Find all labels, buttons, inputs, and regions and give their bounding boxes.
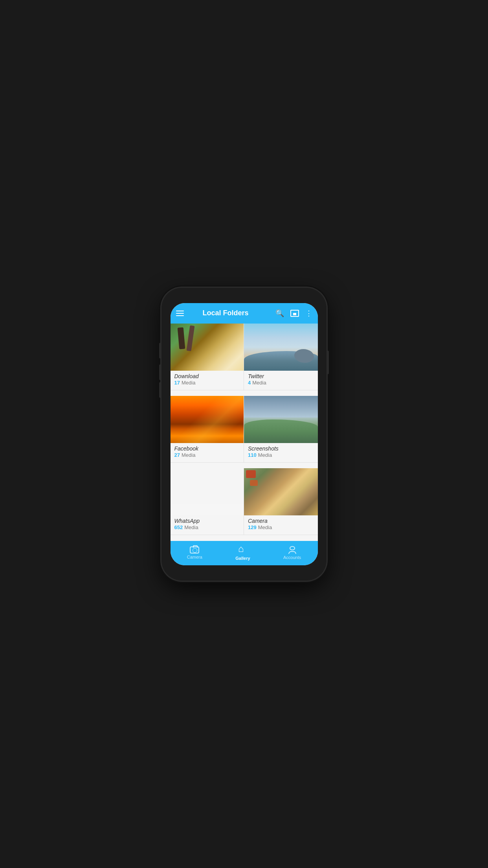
bottom-navigation: Camera Gallery Accounts: [171, 541, 318, 565]
folder-name-camera: Camera: [248, 518, 314, 524]
nav-gallery[interactable]: Gallery: [235, 545, 250, 561]
folder-count-line-camera: 129 Media: [248, 524, 314, 530]
folder-info-camera: Camera 129 Media: [244, 515, 318, 535]
folder-info-screenshots: Screenshots 110 Media: [244, 443, 318, 463]
search-icon[interactable]: 🔍: [275, 309, 284, 318]
folder-name-screenshots: Screenshots: [248, 445, 314, 452]
folder-count-facebook: 27: [174, 452, 180, 458]
folder-thumbnail-download: [171, 324, 244, 371]
folder-name-download: Download: [174, 373, 240, 379]
folder-thumbnail-screenshots: [244, 396, 318, 443]
folder-count-screenshots: 110: [248, 452, 257, 458]
folder-name-facebook: Facebook: [174, 445, 240, 452]
camera-icon: [190, 546, 199, 554]
phone-screen: Local Folders 🔍 ⋮ Download 17 Media Twit…: [171, 303, 318, 565]
folder-info-twitter: Twitter 4 Media: [244, 371, 318, 390]
nav-accounts-label: Accounts: [283, 555, 301, 560]
header-icons: 🔍 ⋮: [275, 309, 312, 318]
folder-media-label-facebook: Media: [182, 452, 195, 458]
home-icon: [238, 545, 247, 553]
nav-camera-label: Camera: [187, 555, 202, 559]
folder-count-line-whatsapp: 652 Media: [174, 524, 240, 530]
folder-count-line-download: 17 Media: [174, 380, 240, 386]
folder-info-download: Download 17 Media: [171, 371, 244, 390]
phone-frame: Local Folders 🔍 ⋮ Download 17 Media Twit…: [161, 288, 327, 581]
folder-item-facebook[interactable]: Facebook 27 Media: [171, 396, 244, 463]
folder-count-camera: 129: [248, 524, 257, 530]
person-icon: [289, 546, 296, 554]
folder-count-whatsapp: 652: [174, 524, 183, 530]
folder-item-camera[interactable]: Camera 129 Media: [244, 468, 318, 535]
folder-count-download: 17: [174, 380, 180, 386]
nav-accounts[interactable]: Accounts: [283, 546, 301, 560]
more-icon[interactable]: ⋮: [305, 309, 312, 318]
folder-thumbnail-twitter: [244, 324, 318, 371]
folder-thumbnail-whatsapp: [171, 468, 244, 515]
folder-item-screenshots[interactable]: Screenshots 110 Media: [244, 396, 318, 463]
folder-count-line-screenshots: 110 Media: [248, 452, 314, 458]
folder-media-label-whatsapp: Media: [184, 524, 198, 530]
folder-media-label-screenshots: Media: [258, 452, 272, 458]
folder-thumbnail-camera: [244, 468, 318, 515]
nav-gallery-label: Gallery: [235, 556, 250, 561]
folder-item-whatsapp[interactable]: WhatsApp 652 Media: [171, 468, 244, 535]
folder-count-twitter: 4: [248, 380, 251, 386]
folder-thumbnail-facebook: [171, 396, 244, 443]
folder-info-facebook: Facebook 27 Media: [171, 443, 244, 463]
header-title: Local Folders: [176, 309, 275, 317]
folder-count-line-twitter: 4 Media: [248, 380, 314, 386]
folder-item-download[interactable]: Download 17 Media: [171, 324, 244, 390]
folder-count-line-facebook: 27 Media: [174, 452, 240, 458]
folder-media-label-download: Media: [182, 380, 195, 386]
folder-name-twitter: Twitter: [248, 373, 314, 379]
folder-media-label-camera: Media: [258, 524, 272, 530]
folder-name-whatsapp: WhatsApp: [174, 518, 240, 524]
folder-info-whatsapp: WhatsApp 652 Media: [171, 515, 244, 535]
image-icon[interactable]: [290, 310, 299, 317]
folder-media-label-twitter: Media: [252, 380, 266, 386]
folder-item-twitter[interactable]: Twitter 4 Media: [244, 324, 318, 390]
folders-grid: Download 17 Media Twitter 4 Media Facebo…: [171, 324, 318, 541]
app-header: Local Folders 🔍 ⋮: [171, 303, 318, 324]
nav-camera[interactable]: Camera: [187, 546, 202, 559]
